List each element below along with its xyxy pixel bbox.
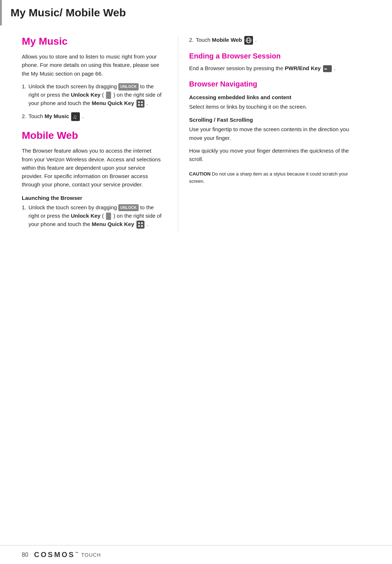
browser-step-1-num: 1. bbox=[22, 203, 26, 229]
caution-block: CAUTION Do not use a sharp item as a sty… bbox=[189, 170, 352, 185]
unlock-badge-icon-2: UNLOCK bbox=[118, 204, 139, 212]
scrolling-heading: Scrolling / Fast Scrolling bbox=[189, 117, 352, 123]
browser-navigating-title: Browser Navigating bbox=[189, 80, 352, 88]
svg-rect-0 bbox=[136, 100, 144, 108]
my-music-title: My Music bbox=[22, 36, 163, 47]
mobile-web-icon bbox=[244, 36, 253, 45]
step-1-num: 1. bbox=[22, 82, 26, 108]
my-music-description: Allows you to store and to listen to mus… bbox=[22, 52, 163, 78]
svg-rect-7 bbox=[136, 221, 144, 229]
scrolling-text-2: How quickly you move your finger determi… bbox=[189, 146, 352, 164]
page-number: 80 bbox=[22, 552, 28, 558]
unlock-key-icon-2 bbox=[106, 213, 111, 220]
mobile-web-description: The Browser feature allows you to access… bbox=[22, 146, 163, 189]
footer: 80 COSMOS™ TOUCH bbox=[0, 545, 392, 564]
page-container: My Music/ Mobile Web My Music Allows you… bbox=[0, 0, 392, 255]
page-title: My Music/ Mobile Web bbox=[11, 7, 392, 19]
svg-point-3 bbox=[138, 104, 140, 106]
svg-point-4 bbox=[141, 104, 143, 106]
menu-quick-key-icon bbox=[136, 100, 144, 108]
svg-point-1 bbox=[138, 101, 140, 103]
step-2-num: 2. bbox=[22, 112, 26, 121]
svg-text:⬅: ⬅ bbox=[324, 67, 327, 71]
caution-label: CAUTION bbox=[189, 171, 211, 177]
scrolling-text-1: Use your fingertip to move the screen co… bbox=[189, 125, 352, 142]
brand-suffix: TOUCH bbox=[81, 552, 101, 558]
brand-logo: COSMOS™ TOUCH bbox=[34, 551, 101, 559]
svg-point-2 bbox=[141, 101, 143, 103]
brand-tm: ™ bbox=[75, 551, 80, 555]
pwr-end-key-icon: ⬅ bbox=[323, 65, 332, 73]
svg-point-8 bbox=[138, 222, 140, 224]
unlock-badge-icon: UNLOCK bbox=[118, 83, 139, 90]
mobile-web-step-2: 2. Touch Mobile Web . bbox=[189, 36, 352, 45]
svg-point-9 bbox=[141, 222, 143, 224]
my-music-section: My Music Allows you to store and to list… bbox=[22, 36, 163, 121]
my-music-icon: ♫ bbox=[71, 112, 80, 121]
browser-step-1: 1. Unlock the touch screen by dragging U… bbox=[22, 203, 163, 229]
my-music-step-2: 2. Touch My Music ♫ . bbox=[22, 112, 163, 121]
ending-browser-title: Ending a Browser Session bbox=[189, 52, 352, 60]
mobile-web-step-2-content: Touch Mobile Web . bbox=[196, 36, 352, 45]
accessing-links-text: Select items or links by touching it on … bbox=[189, 102, 352, 111]
browser-step-1-content: Unlock the touch screen by dragging UNLO… bbox=[29, 203, 163, 229]
ending-browser-text: End a Browser session by pressing the PW… bbox=[189, 64, 352, 73]
right-column: 2. Touch Mobile Web . En bbox=[178, 36, 374, 233]
svg-point-11 bbox=[141, 225, 143, 227]
step-1-content: Unlock the touch screen by dragging UNLO… bbox=[29, 82, 163, 108]
launching-browser-heading: Launching the Browser bbox=[22, 195, 163, 201]
mobile-web-step-2-num: 2. bbox=[189, 36, 194, 45]
caution-body: Do not use a sharp item as a stylus beca… bbox=[189, 171, 348, 184]
svg-point-10 bbox=[138, 225, 140, 227]
svg-text:♫: ♫ bbox=[73, 114, 77, 120]
accessing-links-heading: Accessing embedded links and content bbox=[189, 94, 352, 100]
mobile-web-section: Mobile Web The Browser feature allows yo… bbox=[22, 130, 163, 229]
step-2-content: Touch My Music ♫ . bbox=[29, 112, 163, 121]
unlock-key-icon bbox=[106, 92, 111, 99]
mobile-web-title: Mobile Web bbox=[22, 130, 163, 141]
menu-quick-key-icon-2 bbox=[136, 221, 144, 229]
browser-navigating-section: Browser Navigating Accessing embedded li… bbox=[189, 80, 352, 185]
brand-name: COSMOS™ bbox=[34, 551, 80, 559]
page-header: My Music/ Mobile Web bbox=[0, 0, 392, 25]
ending-browser-section: Ending a Browser Session End a Browser s… bbox=[189, 52, 352, 73]
columns: My Music Allows you to store and to list… bbox=[0, 36, 392, 233]
left-column: My Music Allows you to store and to list… bbox=[0, 36, 178, 233]
my-music-step-1: 1. Unlock the touch screen by dragging U… bbox=[22, 82, 163, 108]
